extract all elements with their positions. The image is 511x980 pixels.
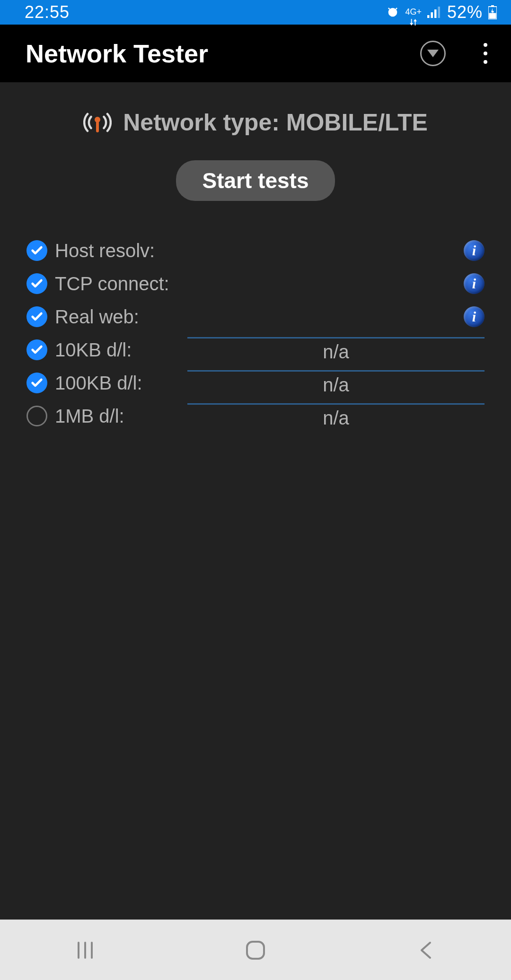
test-label: 100KB d/l: [55, 373, 168, 394]
test-label: 10KB d/l: [55, 339, 168, 361]
app-bar: Network Tester [0, 25, 511, 82]
navigation-bar [0, 919, 511, 980]
test-row: 10KB d/l:n/a [26, 333, 485, 366]
test-row: 1MB d/l:n/a [26, 399, 485, 433]
svg-rect-1 [431, 12, 433, 18]
svg-rect-8 [96, 121, 99, 132]
test-result: n/a [168, 403, 485, 429]
test-label: Host resolv: [55, 240, 168, 261]
check-icon [30, 376, 44, 390]
test-row: 100KB d/l:n/a [26, 366, 485, 399]
check-icon [30, 244, 44, 257]
svg-rect-12 [247, 942, 264, 959]
download-result: n/a [187, 370, 485, 396]
antenna-icon [83, 108, 112, 137]
test-checkbox[interactable] [26, 406, 47, 426]
nav-recents-button[interactable] [38, 931, 132, 969]
test-result: i [169, 273, 485, 294]
download-result: n/a [187, 403, 485, 429]
info-icon[interactable]: i [464, 240, 485, 261]
test-label: Real web: [55, 306, 168, 328]
status-icons: 4G+ 52% [386, 0, 497, 26]
app-title: Network Tester [26, 39, 420, 68]
test-label: 1MB d/l: [55, 406, 168, 427]
test-result: i [168, 306, 485, 327]
test-result: i [168, 240, 485, 261]
status-bar: 22:55 4G+ 52% [0, 0, 511, 25]
network-type-indicator: 4G+ [405, 0, 422, 26]
test-checkbox[interactable] [26, 240, 47, 261]
svg-rect-0 [427, 15, 430, 18]
test-row: Host resolv:i [26, 234, 485, 267]
test-checkbox[interactable] [26, 306, 47, 327]
test-row: Real web:i [26, 300, 485, 333]
status-time: 22:55 [25, 2, 70, 22]
battery-percent: 52% [447, 2, 483, 22]
battery-icon [488, 5, 497, 19]
content-area: Network type: MOBILE/LTE Start tests Hos… [0, 82, 511, 919]
nav-back-button[interactable] [379, 931, 473, 969]
info-icon[interactable]: i [464, 306, 485, 327]
tests-list: Host resolv:iTCP connect:iReal web:i10KB… [0, 234, 511, 433]
network-type-label: Network type: MOBILE/LTE [123, 109, 428, 136]
info-icon[interactable]: i [464, 273, 485, 294]
overflow-menu-button[interactable] [479, 38, 492, 69]
chevron-down-icon [427, 50, 439, 57]
check-icon [30, 343, 44, 356]
signal-icon [427, 6, 441, 18]
svg-rect-2 [434, 9, 437, 18]
test-checkbox[interactable] [26, 273, 47, 294]
test-checkbox[interactable] [26, 373, 47, 393]
test-row: TCP connect:i [26, 267, 485, 300]
test-result: n/a [168, 370, 485, 396]
test-result: n/a [168, 337, 485, 363]
network-type-row: Network type: MOBILE/LTE [0, 108, 511, 137]
alarm-icon [386, 6, 399, 19]
test-checkbox[interactable] [26, 339, 47, 360]
check-icon [30, 310, 44, 323]
start-tests-button[interactable]: Start tests [176, 160, 335, 201]
svg-rect-3 [438, 7, 440, 18]
dropdown-button[interactable] [420, 41, 446, 66]
check-icon [30, 277, 44, 290]
nav-home-button[interactable] [208, 931, 303, 969]
download-result: n/a [187, 337, 485, 363]
test-label: TCP connect: [55, 273, 169, 295]
